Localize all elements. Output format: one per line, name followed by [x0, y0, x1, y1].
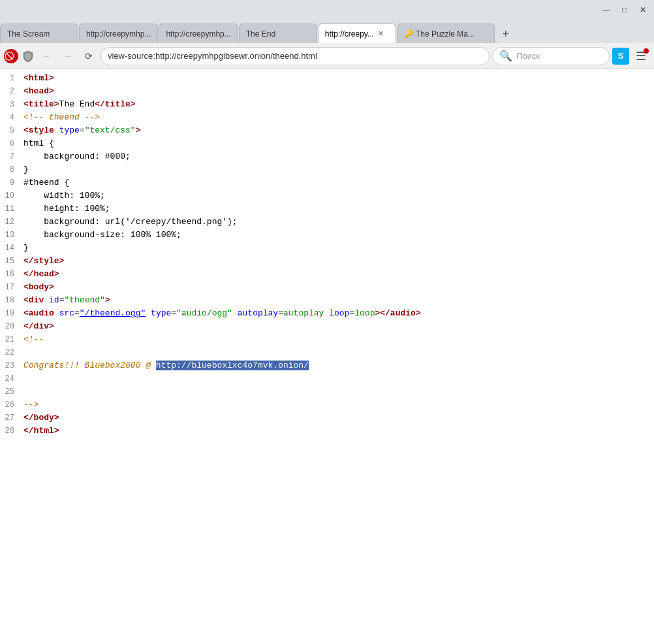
tab-creepy-1[interactable]: http://creepymhp...	[79, 24, 158, 43]
tab-label: The End	[246, 29, 275, 39]
line-number: 22	[0, 346, 21, 359]
line-number: 25	[0, 385, 21, 398]
line-number: 20	[0, 320, 21, 333]
source-line: 14}	[0, 242, 654, 255]
line-number: 23	[0, 359, 21, 372]
source-line: 22	[0, 346, 654, 359]
security-icon[interactable]: ⃠	[4, 49, 18, 63]
tab-creepy-active[interactable]: http://creepy... ✕	[318, 24, 396, 43]
tab-puzzle[interactable]: 🔑 The Puzzle Ma...	[397, 24, 495, 43]
forward-button[interactable]: →	[59, 47, 77, 65]
tab-label: The Scream	[7, 29, 50, 39]
line-content: <!--	[21, 333, 654, 346]
source-line: 26-->	[0, 398, 654, 411]
line-number: 1	[0, 72, 21, 85]
line-content: <body>	[21, 281, 654, 294]
source-line: 5<style type="text/css">	[0, 124, 654, 137]
source-line: 10 width: 100%;	[0, 189, 654, 202]
line-content	[21, 346, 654, 359]
line-content: height: 100%;	[21, 202, 654, 216]
source-line: 18<div id="theend">	[0, 294, 654, 307]
line-number: 8	[0, 163, 21, 176]
tab-the-end[interactable]: The End	[239, 24, 317, 43]
line-number: 17	[0, 281, 21, 294]
line-number: 10	[0, 189, 21, 202]
source-line: 11 height: 100%;	[0, 202, 654, 216]
menu-button[interactable]: ☰	[632, 47, 650, 65]
line-content	[21, 372, 654, 385]
line-content: </div>	[21, 320, 654, 333]
source-line: 1<html>	[0, 72, 654, 85]
search-bar[interactable]: 🔍 Поиск	[492, 47, 610, 65]
search-placeholder: Поиск	[516, 51, 602, 61]
source-line: 20</div>	[0, 320, 654, 333]
source-line: 19<audio src="/theend.ogg" type="audio/o…	[0, 307, 654, 320]
reload-button[interactable]: ⟳	[80, 47, 98, 65]
tab-label: http://creepymhp...	[166, 29, 230, 39]
address-text: view-source:http://creepymhpgibsewr.onio…	[108, 51, 482, 61]
line-content: <audio src="/theend.ogg" type="audio/ogg…	[21, 307, 654, 320]
line-content: background: #000;	[21, 150, 654, 163]
maximize-button[interactable]: □	[616, 3, 633, 17]
line-number: 4	[0, 111, 21, 124]
source-line: 21<!--	[0, 333, 654, 346]
line-number: 16	[0, 268, 21, 281]
search-icon: 🔍	[499, 50, 512, 62]
source-line: 13 background-size: 100% 100%;	[0, 229, 654, 242]
line-number: 2	[0, 85, 21, 98]
line-content: width: 100%;	[21, 189, 654, 202]
source-line: 4<!-- theend -->	[0, 111, 654, 124]
content-area: 1<html>2<head>3<title>The End</title>4<!…	[0, 69, 654, 644]
tab-label: http://creepymhp...	[86, 29, 151, 39]
line-number: 27	[0, 411, 21, 425]
source-line: 7 background: #000;	[0, 150, 654, 163]
menu-badge	[644, 48, 649, 54]
source-view: 1<html>2<head>3<title>The End</title>4<!…	[0, 69, 654, 440]
line-content: <head>	[21, 85, 654, 98]
tab-close-button[interactable]: ✕	[378, 29, 384, 38]
line-number: 14	[0, 242, 21, 255]
source-line: 9#theend {	[0, 176, 654, 189]
source-line: 17<body>	[0, 281, 654, 294]
back-button[interactable]: ←	[38, 47, 56, 65]
minimize-button[interactable]: —	[598, 3, 615, 17]
tab-creepy-2[interactable]: http://creepymhp...	[159, 24, 238, 43]
line-number: 15	[0, 255, 21, 268]
line-number: 6	[0, 137, 21, 150]
line-content: </style>	[21, 255, 654, 268]
address-bar[interactable]: view-source:http://creepymhpgibsewr.onio…	[101, 47, 490, 65]
line-content: background-size: 100% 100%;	[21, 229, 654, 242]
line-content: -->	[21, 398, 654, 411]
line-content: }	[21, 163, 654, 176]
source-line: 28</html>	[0, 425, 654, 438]
tabs-bar: The Scream http://creepymhp... http://cr…	[0, 20, 654, 43]
line-content: <style type="text/css">	[21, 124, 654, 137]
line-content: Congrats!!! Bluebox2600 @ http://bluebox…	[21, 359, 654, 372]
source-line: 25	[0, 385, 654, 398]
line-number: 18	[0, 294, 21, 307]
source-line: 23Congrats!!! Bluebox2600 @ http://blueb…	[0, 359, 654, 372]
line-number: 7	[0, 150, 21, 163]
line-content: }	[21, 242, 654, 255]
line-content: #theend {	[21, 176, 654, 189]
line-content: <html>	[21, 72, 654, 85]
line-number: 3	[0, 98, 21, 111]
line-content: html {	[21, 137, 654, 150]
source-line: 15</style>	[0, 255, 654, 268]
line-number: 24	[0, 372, 21, 385]
new-tab-button[interactable]: +	[497, 25, 515, 43]
source-line: 12 background: url('/creepy/theend.png')…	[0, 216, 654, 229]
shield-icon[interactable]	[21, 49, 35, 63]
line-content: </body>	[21, 411, 654, 425]
line-number: 19	[0, 307, 21, 320]
source-line: 8}	[0, 163, 654, 176]
tab-label: http://creepy...	[325, 29, 374, 39]
nav-bar: ⃠ ← → ⟳ view-source:http://creepymhpgibs…	[0, 43, 654, 69]
skype-button[interactable]: S	[612, 48, 629, 65]
line-number: 12	[0, 216, 21, 229]
line-content: <title>The End</title>	[21, 98, 654, 111]
tab-the-scream[interactable]: The Scream	[0, 24, 78, 43]
close-button[interactable]: ✕	[634, 3, 651, 17]
browser-window: — □ ✕ The Scream http://creepymhp... htt…	[0, 0, 654, 644]
window-controls: — □ ✕	[598, 3, 651, 17]
